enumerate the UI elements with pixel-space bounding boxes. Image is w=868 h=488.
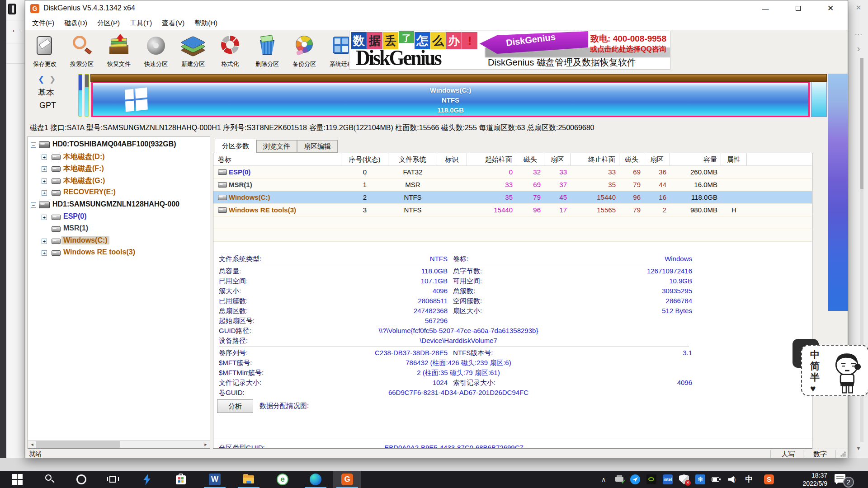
tray-bluebird[interactable]	[627, 471, 643, 488]
tree-expander-icon[interactable]: +	[42, 190, 47, 196]
partition-block-esp[interactable]	[78, 74, 82, 117]
tree-horizontal-scrollbar[interactable]: ◂ ▸	[28, 440, 210, 448]
taskbar-app-edge[interactable]	[302, 471, 330, 488]
partition-block-windows-c[interactable]: Windows(C:) NTFS 118.0GB	[91, 82, 810, 117]
banner-qq-link[interactable]: 或点击此处选择QQ咨询	[590, 45, 666, 54]
resize-grip[interactable]	[840, 451, 846, 457]
menu-item-4[interactable]: 查看(V)	[157, 17, 189, 30]
column-header-1[interactable]: 序号(状态)	[341, 153, 388, 166]
toolbar-button-save[interactable]: 保存更改	[26, 31, 63, 71]
tree-item-4[interactable]: +RECOVERY(E:)	[28, 187, 210, 199]
tree-expander-icon[interactable]: −	[31, 142, 36, 148]
tray-ime-language[interactable]: 中	[741, 471, 757, 488]
tray-nvidia[interactable]	[644, 471, 659, 488]
table-row-0[interactable]: ESP(0)0FAT3203233336936260.0MB	[213, 166, 812, 178]
column-header-8[interactable]: 磁头	[619, 153, 644, 166]
tree-item-5[interactable]: −HD1:SAMSUNGMZNLN128HAHQ-000	[28, 199, 210, 211]
toolbar-button-format[interactable]: 格式化	[212, 31, 249, 71]
prev-disk-icon[interactable]: ❮	[38, 75, 44, 84]
tree-item-3[interactable]: +本地磁盘(G:)	[28, 175, 210, 187]
minimize-button[interactable]: —	[755, 0, 776, 17]
tree-expander-icon[interactable]: +	[42, 166, 47, 172]
tree-expander-icon[interactable]: −	[31, 202, 36, 208]
tree-expander-icon[interactable]: +	[42, 239, 47, 244]
close-button[interactable]: ✕	[820, 0, 841, 17]
tab-sector-edit[interactable]: 扇区编辑	[297, 140, 338, 153]
tree-item-0[interactable]: −HD0:TOSHIBAMQ04ABF100(932GB)	[28, 139, 210, 151]
next-disk-icon[interactable]: ❯	[49, 75, 56, 84]
background-down-arrow-icon[interactable]: ▼	[849, 446, 868, 451]
column-header-2[interactable]: 文件系统	[388, 153, 437, 166]
table-row-1[interactable]: MSR(1)1MSR33693735794416.0MB	[213, 178, 812, 191]
column-header-9[interactable]: 扇区	[644, 153, 670, 166]
taskbar-app-start[interactable]	[3, 471, 31, 488]
ime-status-widget[interactable]: 中 简 半 ♥	[801, 345, 868, 396]
tree-item-8[interactable]: +Windows(C:)	[28, 235, 210, 247]
tray-sogou[interactable]: S	[761, 471, 777, 488]
column-header-7[interactable]: 终止柱面	[571, 153, 619, 166]
tray-tray-chevron-up[interactable]: ∧	[596, 471, 611, 488]
taskbar-app-task-view[interactable]	[99, 471, 127, 488]
scrollbar-thumb[interactable]	[36, 441, 120, 448]
column-header-5[interactable]: 磁头	[516, 153, 544, 166]
tray-volume[interactable]: )	[725, 471, 741, 488]
taskbar-clock[interactable]: 18:37 2022/5/9	[779, 471, 827, 488]
column-header-11[interactable]: 属性	[721, 153, 747, 166]
menu-item-5[interactable]: 帮助(H)	[189, 17, 222, 30]
tree-item-1[interactable]: +本地磁盘(D:)	[28, 151, 210, 163]
partition-block-winre[interactable]	[811, 82, 827, 117]
taskbar-app-diskgenius[interactable]: G	[333, 471, 361, 488]
background-close-icon[interactable]: ✕	[849, 4, 868, 12]
toolbar-button-backup-partition[interactable]: 备份分区	[286, 31, 323, 71]
tray-battery[interactable]	[709, 471, 724, 488]
back-arrow-icon[interactable]: ←	[6, 23, 25, 35]
taskbar-app-store[interactable]	[167, 471, 195, 488]
toolbar-button-new-partition[interactable]: 新建分区	[175, 31, 212, 71]
partition-block-msr[interactable]	[85, 74, 89, 117]
taskbar-app-cortana[interactable]	[67, 471, 95, 488]
background-more-icon[interactable]: …	[849, 28, 868, 38]
tray-intel[interactable]: intel	[660, 471, 675, 488]
tree-expander-icon[interactable]: +	[42, 215, 47, 220]
column-header-4[interactable]: 起始柱面	[467, 153, 516, 166]
background-scrollbar-thumb[interactable]	[860, 58, 863, 189]
tree-item-6[interactable]: +ESP(0)	[28, 211, 210, 223]
column-header-6[interactable]: 扇区	[544, 153, 571, 166]
menu-item-0[interactable]: 文件(F)	[27, 17, 59, 30]
taskbar-app-flash[interactable]	[133, 471, 161, 488]
tray-snowflake[interactable]: ❄	[693, 471, 708, 488]
menu-item-2[interactable]: 分区(P)	[92, 17, 125, 30]
tab-partition-params[interactable]: 分区参数	[215, 139, 256, 153]
toolbar-button-quick-partition[interactable]: 快速分区	[137, 31, 175, 71]
column-header-3[interactable]: 标识	[437, 153, 467, 166]
menu-item-1[interactable]: 磁盘(D)	[59, 17, 92, 30]
tab-browse-files[interactable]: 浏览文件	[256, 140, 297, 153]
taskbar-app-browser-360[interactable]: e	[269, 471, 297, 488]
table-row-2[interactable]: Windows(C:)2NTFS357945154409616118.0GB	[213, 191, 812, 204]
tree-item-2[interactable]: +本地磁盘(F:)	[28, 163, 210, 175]
taskbar-app-word[interactable]: W	[201, 471, 229, 488]
tree-item-9[interactable]: +Windows RE tools(3)	[28, 247, 210, 259]
tray-printer[interactable]: ✓	[612, 471, 627, 488]
tree-expander-icon[interactable]: +	[42, 178, 47, 184]
toolbar-button-recover-files[interactable]: 恢复文件	[100, 31, 137, 71]
toolbar-button-delete-partition[interactable]: 删除分区	[249, 31, 286, 71]
tree-expander-icon[interactable]: +	[42, 250, 47, 256]
maximize-button[interactable]	[788, 0, 808, 17]
background-chevron-icon[interactable]: ›	[849, 43, 868, 54]
table-row-3[interactable]: Windows RE tools(3)3NTFS1544096171556579…	[213, 204, 812, 216]
scroll-right-icon[interactable]: ▸	[202, 441, 210, 448]
menu-item-3[interactable]: 工具(T)	[125, 17, 157, 30]
scroll-left-icon[interactable]: ◂	[28, 441, 36, 448]
tree-expander-icon[interactable]: +	[42, 155, 47, 160]
analyze-button[interactable]: 分析	[217, 399, 253, 413]
tree-item-label: ESP(0)	[63, 212, 87, 221]
column-header-10[interactable]: 容量	[670, 153, 721, 166]
banner-ad[interactable]: 数据丢了怎么办! DiskGenius DiskGenius 致电: 400-0…	[349, 31, 670, 70]
toolbar-button-search-partition[interactable]: 搜索分区	[63, 31, 100, 71]
column-header-0[interactable]: 卷标	[213, 153, 341, 166]
taskbar-app-file-explorer[interactable]	[235, 471, 263, 488]
tree-item-7[interactable]: MSR(1)	[28, 223, 210, 235]
taskbar-app-search[interactable]	[36, 471, 64, 488]
tray-defender[interactable]: ✕	[676, 471, 692, 488]
